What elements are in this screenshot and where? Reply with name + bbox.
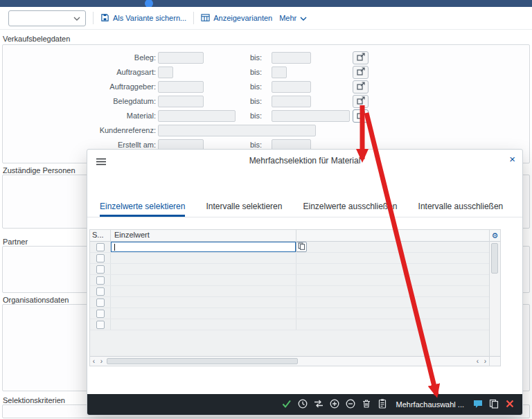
chat-bubble-icon <box>472 398 484 411</box>
einzelwert-input[interactable] <box>111 242 296 252</box>
section-title-verkaufsbelegdaten: Verkaufsbelegdaten <box>3 35 70 43</box>
scroll-left-icon[interactable]: ‹ <box>474 357 481 366</box>
copy-pages-icon <box>298 242 305 252</box>
value-cell[interactable] <box>111 319 296 330</box>
bis-label: bis: <box>236 68 262 76</box>
multiselect-icon <box>357 96 365 107</box>
belegdatum-input[interactable] <box>158 96 204 107</box>
beleg-multiselect-button[interactable] <box>353 51 369 64</box>
row-checkbox[interactable] <box>96 287 105 296</box>
bis-label: bis: <box>236 53 262 62</box>
filler-cell <box>296 286 489 296</box>
display-variants-label: Anzeigevarianten <box>213 14 272 22</box>
copy-icon <box>488 398 499 411</box>
row-checkbox[interactable] <box>96 321 105 329</box>
beleg-bis-input[interactable] <box>272 52 311 64</box>
material-multiselect-button[interactable] <box>353 109 369 123</box>
table-row <box>90 308 489 319</box>
hscroll-thumb[interactable] <box>107 358 298 364</box>
scroll-right-icon[interactable]: › <box>481 357 489 366</box>
scrollbar-corner <box>490 356 500 366</box>
row-checkbox[interactable] <box>96 276 105 285</box>
auftragsart-multiselect-button[interactable] <box>353 66 369 79</box>
auftragsart-input[interactable] <box>158 66 173 78</box>
scroll-left-icon[interactable]: ‹ <box>90 357 98 366</box>
hscroll-track[interactable] <box>105 357 474 366</box>
auftraggeber-multiselect-button[interactable] <box>353 80 369 93</box>
tab-einzelwerte-ausschliessen[interactable]: Einzelwerte ausschließen <box>303 199 397 217</box>
vscroll-thumb[interactable] <box>491 243 498 274</box>
more-button[interactable]: Mehr <box>279 14 307 22</box>
variant-combobox[interactable] <box>8 10 86 26</box>
save-variant-icon <box>100 13 109 24</box>
more-label: Mehr <box>279 14 296 22</box>
value-cell[interactable] <box>111 253 296 263</box>
auftraggeber-input[interactable] <box>158 81 204 93</box>
material-input[interactable] <box>158 110 236 122</box>
belegdatum-bis-input[interactable] <box>272 96 311 107</box>
tab-einzelwerte-selektieren[interactable]: Einzelwerte selektieren <box>100 199 185 217</box>
row-checkbox[interactable] <box>96 243 105 251</box>
tab-intervalle-selektieren[interactable]: Intervalle selektieren <box>206 199 282 217</box>
trash-icon <box>361 398 372 411</box>
bis-label: bis: <box>236 112 262 120</box>
clock-icon <box>297 398 308 411</box>
row-checkbox[interactable] <box>96 298 105 307</box>
table-row-active <box>90 242 489 253</box>
dialog-close-button[interactable]: × <box>509 153 515 165</box>
horizontal-scrollbar[interactable]: ‹ › ‹ › <box>90 356 489 366</box>
bis-label: bis: <box>236 141 262 149</box>
field-label-beleg: Beleg: <box>42 53 156 62</box>
filler-cell <box>296 297 489 307</box>
field-label-kundenreferenz: Kundenreferenz: <box>42 126 156 134</box>
column-header-filler <box>296 230 489 241</box>
field-label-belegdatum: Belegdatum: <box>42 97 156 105</box>
value-cell[interactable] <box>111 297 296 307</box>
top-toolbar: Als Variante sichern... Anzeigevarianten… <box>0 7 532 30</box>
cell-paste-button[interactable] <box>296 242 307 252</box>
value-cell[interactable] <box>111 286 296 296</box>
vertical-scrollbar[interactable] <box>490 242 500 356</box>
beleg-input[interactable] <box>158 52 204 64</box>
table-settings: ⚙ <box>490 230 500 242</box>
dialog-footer-toolbar: Mehrfachauswahl ... <box>87 394 522 415</box>
history-button[interactable] <box>297 399 309 411</box>
auftragsart-bis-input[interactable] <box>272 66 287 78</box>
section-title-selektionskriterien: Selektionskriterien <box>3 396 65 404</box>
multiselect-icon <box>357 82 365 92</box>
tab-intervalle-ausschliessen[interactable]: Intervalle ausschließen <box>418 199 504 217</box>
row-checkbox[interactable] <box>96 254 105 262</box>
note-button[interactable] <box>472 399 484 411</box>
table-right-rail: ⚙ <box>489 230 500 366</box>
value-cell[interactable] <box>111 308 296 319</box>
delete-all-button[interactable] <box>361 399 373 411</box>
save-variant-button[interactable]: Als Variante sichern... <box>100 13 186 24</box>
insert-row-button[interactable] <box>329 399 341 411</box>
filler-cell <box>296 308 489 319</box>
clipboard-icon <box>377 398 388 411</box>
value-cell[interactable] <box>111 275 296 285</box>
mehrfachauswahl-button[interactable]: Mehrfachauswahl ... <box>396 400 464 409</box>
row-checkbox[interactable] <box>96 310 105 318</box>
clipboard-button[interactable] <box>377 399 389 411</box>
kundenreferenz-input[interactable] <box>158 125 316 136</box>
select-cell <box>90 253 111 263</box>
multiselect-icon <box>357 53 365 63</box>
delete-row-button[interactable] <box>345 399 357 411</box>
chevron-down-icon <box>300 14 307 22</box>
row-checkbox[interactable] <box>96 265 105 274</box>
transfer-button[interactable] <box>313 399 325 411</box>
auftraggeber-bis-input[interactable] <box>272 81 311 93</box>
scroll-right-icon[interactable]: › <box>98 357 105 366</box>
value-cell[interactable] <box>111 264 296 274</box>
display-variants-button[interactable]: Anzeigevarianten <box>201 13 272 24</box>
apply-button[interactable] <box>281 399 293 411</box>
material-bis-input[interactable] <box>272 110 350 122</box>
gear-icon[interactable]: ⚙ <box>492 232 499 240</box>
belegdatum-multiselect-button[interactable] <box>353 95 369 108</box>
dialog-menu-button[interactable] <box>96 157 106 168</box>
field-label-auftragsart: Auftragsart: <box>42 68 156 76</box>
cancel-button[interactable] <box>504 399 515 411</box>
select-cell <box>90 308 111 319</box>
copy-button[interactable] <box>488 399 499 411</box>
